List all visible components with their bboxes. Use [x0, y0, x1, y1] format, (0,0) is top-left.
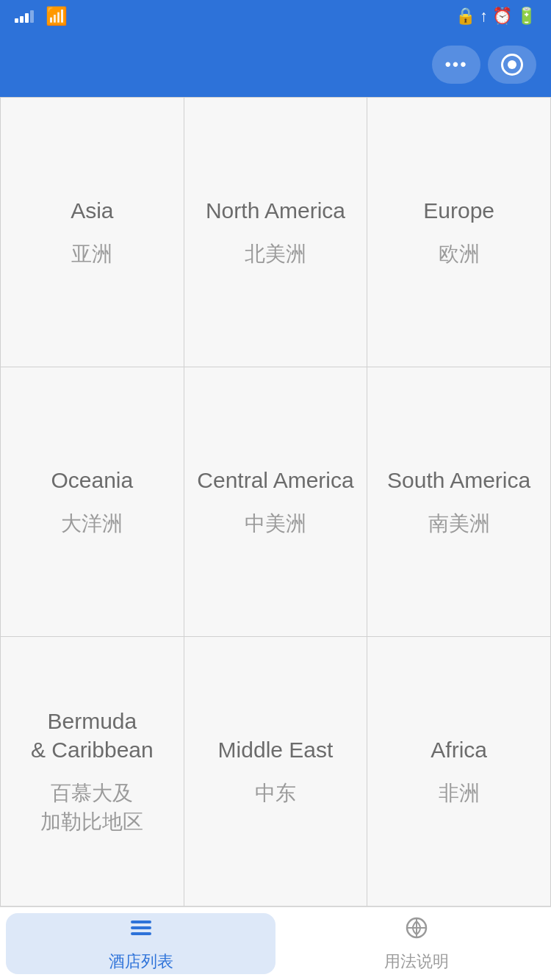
header: •••	[0, 32, 551, 97]
wifi-icon: 📶	[46, 6, 68, 26]
region-zh-label: 亚洲	[71, 239, 112, 268]
alarm-icon: ⏰	[492, 7, 512, 26]
region-zh-label: 大洋洲	[61, 509, 123, 538]
lock-icon: 🔒	[455, 7, 475, 26]
region-zh-label: 欧洲	[439, 239, 480, 268]
record-icon	[501, 54, 523, 76]
tab-hotel-list[interactable]: 酒店列表	[6, 913, 276, 974]
tab-guide[interactable]: 用法说明	[281, 907, 551, 980]
status-left: 📶	[15, 6, 68, 26]
signal-icon	[15, 10, 34, 23]
region-zh-label: 中美洲	[245, 509, 306, 538]
region-en-label: Middle East	[218, 735, 334, 764]
region-en-label: North America	[206, 196, 345, 225]
hotel-list-icon	[129, 915, 154, 946]
region-zh-label: 南美洲	[428, 509, 490, 538]
region-cell-middle-east[interactable]: Middle East中东	[184, 637, 368, 907]
region-en-label: Asia	[71, 196, 113, 225]
region-cell-oceania[interactable]: Oceania大洋洲	[1, 367, 184, 637]
region-en-label: Europe	[423, 196, 494, 225]
svg-rect-1	[131, 926, 151, 929]
record-button[interactable]	[488, 46, 536, 84]
region-zh-label: 中东	[255, 779, 296, 807]
region-en-label: Oceania	[51, 466, 133, 494]
region-en-label: Bermuda & Caribbean	[31, 707, 154, 764]
region-cell-europe[interactable]: Europe欧洲	[367, 98, 551, 367]
guide-icon	[404, 915, 429, 946]
status-bar: 📶 🔒 ↑ ⏰ 🔋	[0, 0, 551, 32]
region-grid: Asia亚洲North America北美洲Europe欧洲Oceania大洋洲…	[0, 97, 551, 907]
guide-label: 用法说明	[384, 951, 449, 973]
location-icon: ↑	[480, 7, 488, 26]
region-en-label: Africa	[431, 735, 487, 764]
region-en-label: South America	[387, 466, 530, 494]
more-icon: •••	[444, 54, 467, 75]
region-zh-label: 北美洲	[245, 239, 306, 268]
region-en-label: Central America	[197, 466, 353, 494]
region-zh-label: 非洲	[439, 779, 480, 807]
region-cell-south-america[interactable]: South America南美洲	[367, 367, 551, 637]
region-zh-label: 百慕大及 加勒比地区	[40, 779, 143, 836]
hotel-list-label: 酒店列表	[109, 951, 173, 973]
header-actions: •••	[432, 46, 536, 84]
region-cell-bermuda--caribbean[interactable]: Bermuda & Caribbean百慕大及 加勒比地区	[1, 637, 184, 907]
svg-rect-0	[131, 920, 151, 923]
region-cell-central-america[interactable]: Central America中美洲	[184, 367, 368, 637]
region-cell-asia[interactable]: Asia亚洲	[1, 98, 184, 367]
region-cell-africa[interactable]: Africa非洲	[367, 637, 551, 907]
more-button[interactable]: •••	[432, 46, 480, 84]
tab-bar: 酒店列表用法说明	[0, 907, 551, 980]
status-right: 🔒 ↑ ⏰ 🔋	[455, 7, 536, 26]
battery-label: 🔋	[516, 7, 536, 26]
region-cell-north-america[interactable]: North America北美洲	[184, 98, 368, 367]
svg-rect-2	[131, 932, 151, 935]
